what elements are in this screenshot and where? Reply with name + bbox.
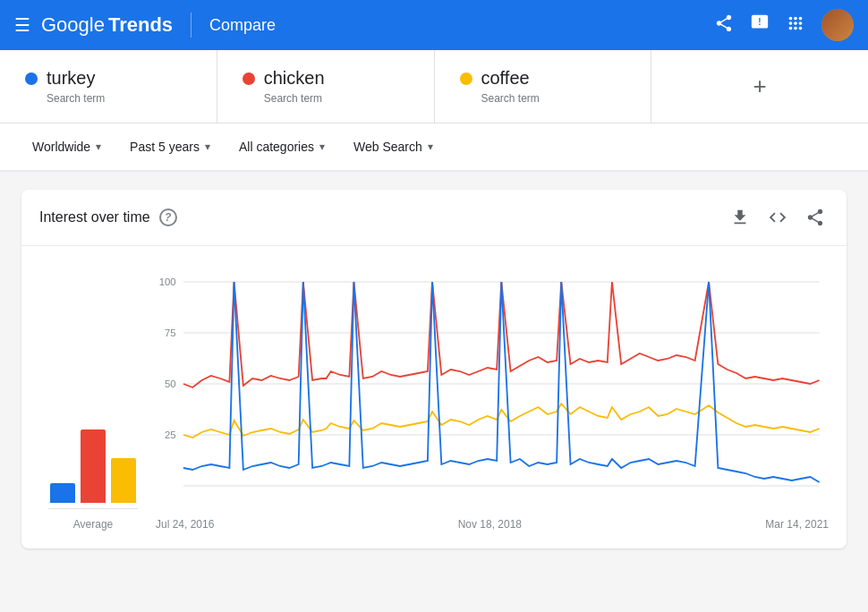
x-label-mid: Nov 18, 2018 [458, 518, 522, 531]
embed-button[interactable] [764, 204, 791, 231]
search-term-chicken-label: Search term [264, 92, 409, 105]
svg-text:25: 25 [165, 429, 176, 440]
interest-over-time-card: Interest over time ? [21, 190, 847, 548]
filter-past5years[interactable]: Past 5 years ▾ [119, 134, 221, 159]
filter-worldwide-arrow: ▾ [96, 140, 101, 153]
dot-coffee [460, 72, 472, 85]
x-labels: Jul 24, 2016 Nov 18, 2018 Mar 14, 2021 [156, 514, 829, 531]
header-compare: Compare [209, 16, 276, 35]
chart-container: Average 100 75 50 25 [21, 246, 847, 548]
logo-google: Google [41, 13, 105, 37]
filter-past5years-arrow: ▾ [205, 140, 210, 153]
search-term-turkey-label: Search term [47, 92, 191, 105]
search-terms-bar: turkey Search term chicken Search term c… [0, 50, 868, 123]
search-term-turkey-name: turkey [47, 68, 95, 89]
filter-worldwide-label: Worldwide [32, 140, 90, 154]
search-term-chicken-name: chicken [264, 68, 325, 89]
dot-turkey [25, 72, 38, 85]
filters-bar: Worldwide ▾ Past 5 years ▾ All categorie… [0, 123, 868, 172]
filter-allcategories-arrow: ▾ [319, 140, 325, 153]
download-button[interactable] [727, 204, 753, 231]
search-term-coffee-name: coffee [481, 68, 530, 89]
search-term-coffee-row: coffee [460, 68, 626, 89]
filter-websearch-label: Web Search [353, 140, 422, 154]
search-term-chicken[interactable]: chicken Search term [217, 50, 435, 123]
line-chart-wrapper: 100 75 50 25 Jul 24 [156, 264, 829, 531]
share-icon[interactable] [714, 13, 734, 38]
help-icon[interactable]: ? [159, 208, 177, 226]
line-chart-svg: 100 75 50 25 [156, 264, 829, 514]
average-chart: Average [48, 395, 138, 531]
avatar-image [821, 9, 854, 41]
header: ☰ Google Trends Compare ! [0, 0, 868, 50]
avg-x-axis [48, 508, 138, 509]
card-header: Interest over time ? [21, 190, 847, 246]
avatar[interactable] [821, 9, 854, 41]
filter-websearch[interactable]: Web Search ▾ [343, 134, 444, 159]
filter-worldwide[interactable]: Worldwide ▾ [21, 134, 112, 159]
menu-icon[interactable]: ☰ [14, 14, 30, 36]
help-icon-label: ? [165, 211, 171, 224]
filter-past5years-label: Past 5 years [130, 140, 200, 154]
header-divider [191, 13, 191, 38]
logo: Google Trends [41, 13, 173, 37]
x-label-end: Mar 14, 2021 [765, 518, 829, 531]
svg-text:100: 100 [159, 276, 176, 287]
svg-text:!: ! [758, 16, 761, 26]
bars-row [50, 395, 136, 503]
card-title-row: Interest over time ? [39, 208, 177, 226]
search-term-turkey-row: turkey [25, 68, 191, 89]
card-title: Interest over time [39, 209, 150, 225]
search-term-coffee-label: Search term [481, 92, 626, 105]
card-actions [727, 204, 829, 231]
dot-chicken [243, 72, 255, 85]
x-label-start: Jul 24, 2016 [156, 518, 214, 531]
bar-coffee [111, 458, 136, 503]
search-term-chicken-row: chicken [243, 68, 409, 89]
svg-text:50: 50 [165, 378, 176, 389]
feedback-icon[interactable]: ! [750, 13, 770, 38]
search-term-coffee[interactable]: coffee Search term [435, 50, 652, 123]
average-label: Average [73, 518, 113, 531]
filter-allcategories-label: All categories [239, 140, 314, 154]
bar-chicken [81, 429, 106, 503]
logo-trends: Trends [108, 13, 173, 37]
add-search-term-button[interactable]: + [651, 50, 868, 123]
share-chart-button[interactable] [802, 204, 829, 231]
svg-text:75: 75 [165, 327, 176, 338]
filter-websearch-arrow: ▾ [428, 140, 433, 153]
header-right: ! [714, 9, 854, 41]
bar-turkey [50, 483, 75, 503]
search-term-turkey[interactable]: turkey Search term [0, 50, 217, 123]
main-content: Interest over time ? [0, 172, 868, 566]
filter-allcategories[interactable]: All categories ▾ [228, 134, 336, 159]
apps-icon[interactable] [786, 13, 805, 38]
add-icon: + [753, 72, 767, 100]
